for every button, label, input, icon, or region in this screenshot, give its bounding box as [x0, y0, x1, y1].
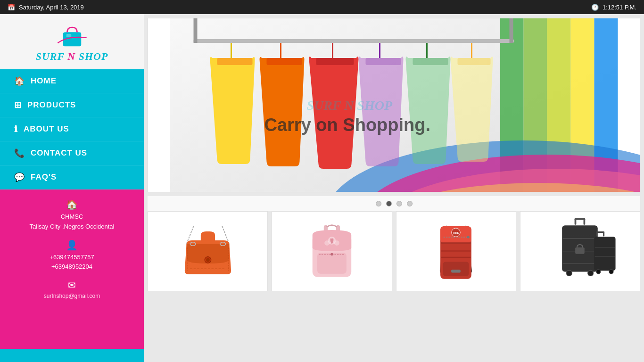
- svg-point-75: [609, 270, 613, 274]
- logo-icon: [56, 23, 89, 49]
- carousel-slide: Carry on Shopping. SURF N SHOP: [148, 18, 640, 192]
- email-icon: ✉: [44, 280, 100, 291]
- sidebar-bottom-strip: [0, 349, 144, 362]
- svg-rect-71: [594, 237, 616, 271]
- svg-point-45: [324, 240, 330, 246]
- svg-rect-51: [443, 262, 469, 276]
- date-section: 📅 Saturday, April 13, 2019: [8, 4, 84, 11]
- nav-contact[interactable]: 📞 CONTACT US: [0, 141, 144, 165]
- svg-rect-25: [366, 58, 401, 65]
- carousel: Carry on Shopping. SURF N SHOP: [148, 18, 640, 192]
- svg-rect-15: [194, 39, 514, 43]
- email-block: ✉ surfnshop@gmail.com: [44, 280, 100, 299]
- carousel-dot-3[interactable]: [396, 201, 402, 206]
- nav-contact-label: CONTACT US: [31, 148, 87, 158]
- phone1: +639474557757: [50, 253, 94, 263]
- svg-rect-2: [66, 34, 71, 37]
- address-icon: 🏠: [30, 199, 115, 210]
- svg-text:SURF N SHOP: SURF N SHOP: [307, 98, 393, 113]
- contact-info: 🏠 CHMSC Talisay City ,Negros Occidental …: [0, 189, 144, 349]
- products-icon: ⊞: [14, 100, 22, 110]
- email-address: surfnshop@gmail.com: [44, 293, 100, 299]
- svg-rect-29: [458, 58, 491, 65]
- sidebar: SURF N SHOP 🏠 HOME ⊞ PRODUCTS ℹ ABOUT US…: [0, 14, 144, 362]
- svg-point-74: [596, 270, 601, 274]
- svg-rect-27: [413, 58, 448, 65]
- svg-rect-60: [584, 218, 586, 225]
- product-red-hiking-backpack[interactable]: HIKE: [396, 211, 516, 291]
- svg-rect-59: [575, 218, 577, 225]
- svg-rect-69: [596, 231, 597, 237]
- nav-home-label: HOME: [31, 76, 57, 86]
- svg-point-67: [588, 271, 594, 276]
- date-display: Saturday, April 13, 2019: [19, 4, 84, 11]
- carousel-svg: Carry on Shopping. SURF N SHOP: [148, 18, 640, 192]
- logo-area: SURF N SHOP: [0, 14, 144, 69]
- product-orange-handbag[interactable]: [148, 211, 268, 291]
- time-section: 🕐 1:12:51 P.M.: [591, 4, 636, 11]
- logo-n: N: [65, 50, 79, 62]
- nav-faq-label: FAQ'S: [31, 173, 57, 182]
- svg-point-52: [467, 236, 470, 239]
- carousel-dot-4[interactable]: [407, 201, 413, 206]
- svg-rect-23: [316, 58, 354, 65]
- product-pink-backpack[interactable]: [272, 211, 392, 291]
- svg-rect-57: [451, 270, 461, 273]
- calendar-icon: 📅: [8, 4, 15, 11]
- carousel-dot-2[interactable]: [386, 201, 392, 206]
- faq-icon: 💬: [14, 172, 25, 182]
- product-image-handbag: [154, 215, 262, 287]
- svg-rect-70: [603, 231, 605, 237]
- logo-shop: SHOP: [79, 50, 108, 62]
- svg-rect-21: [267, 58, 302, 65]
- svg-rect-17: [510, 18, 513, 43]
- home-icon: 🏠: [14, 76, 25, 86]
- clock-icon: 🕐: [591, 4, 599, 11]
- phone2: +63948952204: [50, 262, 94, 272]
- product-black-luggage[interactable]: [520, 211, 640, 291]
- nav-about[interactable]: ℹ ABOUT US: [0, 117, 144, 141]
- svg-point-47: [330, 253, 333, 255]
- svg-text:Carry on Shopping.: Carry on Shopping.: [264, 115, 431, 135]
- svg-rect-65: [576, 247, 585, 254]
- nav-faq[interactable]: 💬 FAQ'S: [0, 165, 144, 189]
- logo-text: SURF N SHOP: [36, 50, 108, 63]
- svg-rect-19: [217, 58, 253, 65]
- phone-person-icon: 👤: [50, 239, 94, 251]
- svg-rect-16: [194, 18, 198, 43]
- carousel-dots: [148, 196, 640, 211]
- svg-point-35: [206, 258, 210, 262]
- svg-text:HIKE: HIKE: [453, 232, 459, 235]
- navigation: 🏠 HOME ⊞ PRODUCTS ℹ ABOUT US 📞 CONTACT U…: [0, 69, 144, 189]
- nav-products[interactable]: ⊞ PRODUCTS: [0, 93, 144, 117]
- about-icon: ℹ: [14, 124, 18, 134]
- product-image-hiking-backpack: HIKE: [402, 215, 510, 287]
- svg-rect-43: [317, 253, 347, 274]
- address-block: 🏠 CHMSC Talisay City ,Negros Occidental: [30, 199, 115, 232]
- svg-point-66: [567, 271, 572, 276]
- product-image-luggage: [526, 215, 634, 287]
- contact-icon: 📞: [14, 148, 25, 158]
- phone-block: 👤 +639474557757 +63948952204: [50, 239, 94, 272]
- main-wrapper: SURF N SHOP 🏠 HOME ⊞ PRODUCTS ℹ ABOUT US…: [0, 14, 644, 362]
- time-display: 1:12:51 P.M.: [603, 4, 636, 11]
- nav-products-label: PRODUCTS: [27, 100, 76, 110]
- carousel-dot-1[interactable]: [376, 201, 381, 206]
- svg-rect-50: [441, 243, 471, 244]
- address-line1: CHMSC: [30, 212, 115, 222]
- product-grid: HIKE: [148, 211, 640, 295]
- main-content[interactable]: Carry on Shopping. SURF N SHOP: [144, 14, 644, 362]
- nav-home[interactable]: 🏠 HOME: [0, 69, 144, 93]
- product-image-pink-backpack: [278, 215, 386, 287]
- logo-surf: SURF: [36, 50, 65, 62]
- svg-point-46: [334, 240, 339, 246]
- nav-about-label: ABOUT US: [24, 124, 69, 134]
- top-bar: 📅 Saturday, April 13, 2019 🕐 1:12:51 P.M…: [0, 0, 644, 14]
- address-line2: Talisay City ,Negros Occidental: [30, 222, 115, 232]
